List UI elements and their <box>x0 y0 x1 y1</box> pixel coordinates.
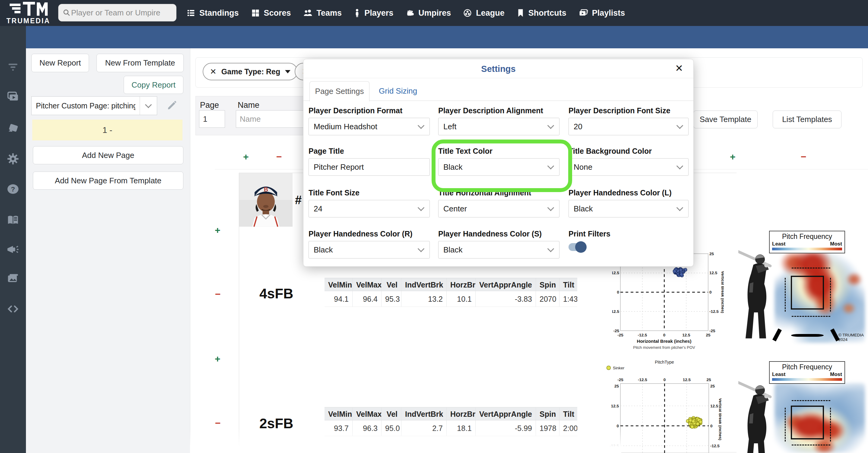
tab-grid-sizing[interactable]: Grid Sizing <box>379 81 417 101</box>
nav-shortcuts[interactable]: Shortcuts <box>517 8 566 18</box>
select-value: Black <box>443 245 463 255</box>
player-handedness-color-l-select[interactable]: Black <box>568 200 688 218</box>
svg-text:-12.5: -12.5 <box>710 444 720 448</box>
page-title-input[interactable] <box>309 158 430 176</box>
nav-scores-label: Scores <box>264 8 291 18</box>
close-icon[interactable]: ✕ <box>675 63 683 73</box>
page-number-input[interactable] <box>199 110 225 128</box>
select-value: Black <box>443 163 463 172</box>
title-text-color-select[interactable]: Black <box>438 158 559 176</box>
nav-playlists[interactable]: Playlists <box>579 8 625 18</box>
player-description-format-select[interactable]: Medium Headshot <box>309 118 430 135</box>
trumedia-logo[interactable]: TRUMEDIA <box>4 1 53 25</box>
remove-column-button-right[interactable]: − <box>801 152 806 162</box>
field-label: Player Description Alignment <box>438 106 559 115</box>
title-horizontal-alignment-select[interactable]: Center <box>438 200 559 218</box>
nav-players[interactable]: Players <box>354 8 393 18</box>
navbar-links: Standings Scores Teams Players <box>186 0 625 26</box>
field-print-filters: Print Filters <box>568 229 688 251</box>
svg-text:-12.5: -12.5 <box>638 333 647 337</box>
nav-umpires[interactable]: Umpires <box>405 8 451 18</box>
player-handedness-color-r-select[interactable]: Black <box>309 241 430 258</box>
nav-scores[interactable]: Scores <box>251 8 291 18</box>
gear-icon[interactable] <box>6 152 20 166</box>
stat-value: 2070 <box>536 291 559 307</box>
zone-guide <box>792 445 830 446</box>
col-header: HorzBrk <box>446 278 475 291</box>
player-description-alignment-select[interactable]: Left <box>438 118 559 135</box>
global-search[interactable] <box>58 4 177 22</box>
add-row-button-1[interactable]: + <box>215 225 220 235</box>
add-new-page-from-template-button[interactable]: Add New Page From Template <box>33 172 183 190</box>
umpires-icon <box>405 8 414 18</box>
page-list-item-selected[interactable]: 1 - <box>32 120 183 140</box>
svg-text:0: 0 <box>710 424 713 428</box>
chevron-down-icon <box>418 245 425 252</box>
list-templates-button[interactable]: List Templates <box>773 111 841 129</box>
nav-teams[interactable]: Teams <box>303 8 342 18</box>
chevron-down-icon <box>677 163 683 169</box>
filter-chip-game-type[interactable]: ✕ Game Type: Reg <box>203 63 298 80</box>
field-label: Print Filters <box>568 229 688 238</box>
video-playlist-icon[interactable] <box>6 90 20 103</box>
chevron-down-icon <box>548 204 554 211</box>
svg-text:-25: -25 <box>613 329 619 333</box>
field-player-description-alignment: Player Description Alignment Left <box>438 106 559 135</box>
player-description-font-size-select[interactable]: 20 <box>568 118 688 135</box>
add-new-page-from-template-label: Add New Page From Template <box>55 176 162 186</box>
announcements-megaphone-icon[interactable] <box>6 243 20 256</box>
league-icon <box>463 8 472 18</box>
add-new-page-label: Add New Page <box>82 151 134 160</box>
help-icon[interactable]: ? <box>6 182 20 196</box>
print-filters-toggle[interactable] <box>568 243 585 251</box>
y-axis-title: Vertical Break (inches) <box>718 398 721 440</box>
title-font-size-select[interactable]: 24 <box>309 200 430 218</box>
player-handedness-color-s-select[interactable]: Black <box>438 241 559 258</box>
svg-text:-25: -25 <box>617 333 623 337</box>
remove-filter-icon[interactable]: ✕ <box>210 67 217 77</box>
field-title-background-color: Title Background Color None <box>568 147 688 176</box>
field-player-description-font-size: Player Description Font Size 20 <box>568 106 688 135</box>
add-row-button-2[interactable]: + <box>215 354 220 364</box>
batter-silhouette-1 <box>738 247 775 342</box>
remove-row-button-2[interactable]: − <box>215 418 221 428</box>
home-plate <box>791 334 824 337</box>
stat-value: 18.1 <box>446 420 475 436</box>
strike-zone-2 <box>791 405 824 440</box>
svg-text:-12.5: -12.5 <box>638 377 647 382</box>
copy-report-button[interactable]: Copy Report <box>124 76 183 94</box>
tab-page-settings[interactable]: Page Settings <box>309 81 369 102</box>
whiteboard-icon[interactable] <box>6 122 20 135</box>
zone-guide <box>785 408 786 442</box>
code-icon[interactable] <box>6 302 20 316</box>
chevron-down-icon <box>418 122 425 129</box>
add-column-button-right[interactable]: + <box>730 152 736 162</box>
remove-row-button-1[interactable]: − <box>215 289 221 299</box>
teams-icon <box>303 8 313 18</box>
add-new-page-button[interactable]: Add New Page <box>33 146 183 164</box>
settings-modal: Settings ✕ Page Settings Grid Sizing Pla… <box>303 59 694 267</box>
player-headshot: B <box>239 173 292 227</box>
trumedia-logo-text: TRUMEDIA <box>4 17 53 25</box>
remove-column-button[interactable]: − <box>276 152 282 162</box>
search-input[interactable] <box>70 8 172 18</box>
report-selector[interactable]: Pitcher Custom Page: pitching -... <box>31 96 157 115</box>
new-from-template-button[interactable]: New From Template <box>96 54 184 72</box>
filter-icon[interactable] <box>6 60 20 73</box>
nav-league[interactable]: League <box>463 8 504 18</box>
nav-standings[interactable]: Standings <box>186 8 239 18</box>
glossary-book-icon[interactable] <box>6 214 20 227</box>
save-template-button[interactable]: Save Template <box>693 111 757 129</box>
field-title-text-color: Title Text Color Black <box>438 147 559 176</box>
new-report-button[interactable]: New Report <box>31 54 89 72</box>
page-column-header: Page <box>200 101 219 110</box>
tab-page-settings-label: Page Settings <box>315 87 364 96</box>
stat-value: 2.7 <box>401 420 446 436</box>
heat-gradient-bar <box>772 248 842 250</box>
edit-report-name-button[interactable] <box>166 99 178 112</box>
image-library-icon[interactable] <box>6 272 20 285</box>
field-player-description-format: Player Description Format Medium Headsho… <box>309 106 430 135</box>
title-background-color-select[interactable]: None <box>568 158 688 176</box>
search-icon <box>63 8 70 17</box>
add-column-button[interactable]: + <box>243 152 249 162</box>
